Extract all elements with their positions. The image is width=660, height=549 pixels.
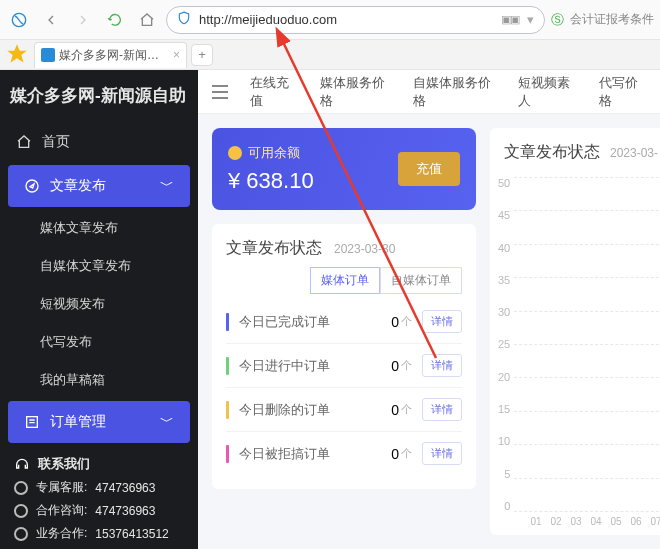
topnav-item[interactable]: 在线充值 <box>250 74 297 110</box>
home-button[interactable] <box>134 7 160 33</box>
status-value: 0 <box>391 446 399 462</box>
y-tick: 25 <box>498 338 510 350</box>
url-text: http://meijieduoduo.com <box>199 12 337 27</box>
x-tick: 06 <box>628 516 644 527</box>
status-value: 0 <box>391 358 399 374</box>
reload-button[interactable] <box>102 7 128 33</box>
circle-icon <box>14 504 28 518</box>
detail-button[interactable]: 详情 <box>422 354 462 377</box>
nav-group-publish[interactable]: 文章发布 ﹀ <box>8 165 190 207</box>
search-engine-icon[interactable]: Ⓢ <box>551 11 564 29</box>
nav-sub-media[interactable]: 媒体文章发布 <box>0 209 198 247</box>
status-label: 今日被拒搞订单 <box>239 445 391 463</box>
tab-media-orders[interactable]: 媒体订单 <box>310 267 380 294</box>
back-button[interactable] <box>38 7 64 33</box>
balance-amount: ¥ 638.10 <box>228 168 314 194</box>
chevron-down-icon: ﹀ <box>160 177 174 195</box>
y-tick: 10 <box>498 435 510 447</box>
x-tick: 02 <box>548 516 564 527</box>
status-unit: 个 <box>401 402 412 417</box>
status-value: 0 <box>391 402 399 418</box>
browser-tab[interactable]: 媒介多多网-新闻源自助发 × <box>34 42 187 68</box>
status-panel: 文章发布状态 2023-03-30 媒体订单 自媒体订单 今日已完成订单0个详情… <box>212 224 476 489</box>
close-tab-icon[interactable]: × <box>173 48 180 62</box>
detail-button[interactable]: 详情 <box>422 310 462 333</box>
nav-sub-selfmedia[interactable]: 自媒体文章发布 <box>0 247 198 285</box>
circle-icon <box>14 481 28 495</box>
detail-button[interactable]: 详情 <box>422 442 462 465</box>
status-label: 今日删除的订单 <box>239 401 391 419</box>
nav-sub-draft[interactable]: 我的草稿箱 <box>0 361 198 399</box>
status-label: 今日进行中订单 <box>239 357 391 375</box>
nav-home[interactable]: 首页 <box>0 121 198 163</box>
y-tick: 20 <box>498 371 510 383</box>
color-bar-icon <box>226 401 229 419</box>
status-row: 今日已完成订单0个详情 <box>226 300 462 344</box>
site-title: 媒介多多网-新闻源自助 <box>0 70 198 121</box>
hamburger-icon[interactable] <box>212 85 228 99</box>
y-tick: 40 <box>498 242 510 254</box>
address-bar[interactable]: http://meijieduoduo.com ▣▣ ▾ <box>166 6 545 34</box>
status-label: 今日已完成订单 <box>239 313 391 331</box>
list-icon <box>24 414 40 430</box>
compass-icon <box>24 178 40 194</box>
headset-icon <box>14 456 30 472</box>
y-tick: 0 <box>504 500 510 512</box>
search-hint[interactable]: 会计证报考条件 <box>570 11 654 28</box>
x-tick: 04 <box>588 516 604 527</box>
color-bar-icon <box>226 445 229 463</box>
balance-label: 可用余额 <box>248 144 300 162</box>
color-bar-icon <box>226 357 229 375</box>
status-row: 今日删除的订单0个详情 <box>226 388 462 432</box>
panel-title: 文章发布状态 <box>226 238 322 259</box>
y-tick: 45 <box>498 209 510 221</box>
circle-icon <box>14 527 28 541</box>
topnav-item[interactable]: 媒体服务价格 <box>320 74 391 110</box>
detail-button[interactable]: 详情 <box>422 398 462 421</box>
coin-icon <box>228 146 242 160</box>
status-row: 今日进行中订单0个详情 <box>226 344 462 388</box>
x-tick: 05 <box>608 516 624 527</box>
recharge-button[interactable]: 充值 <box>398 152 460 186</box>
top-nav: 在线充值 媒体服务价格 自媒体服务价格 短视频素人 代写价格 <box>198 70 660 114</box>
topnav-item[interactable]: 短视频素人 <box>518 74 577 110</box>
favorites-button[interactable] <box>4 42 30 68</box>
chart-title: 文章发布状态 <box>504 142 600 163</box>
y-tick: 15 <box>498 403 510 415</box>
contact-row: 专属客服:474736963 <box>14 479 184 496</box>
qr-icon[interactable]: ▣▣ <box>501 13 519 26</box>
status-value: 0 <box>391 314 399 330</box>
x-tick: 07 <box>648 516 660 527</box>
contact-row: 业务合作:15376413512 <box>14 525 184 542</box>
y-tick: 35 <box>498 274 510 286</box>
chart-date: 2023-03- <box>610 146 658 160</box>
topnav-item[interactable]: 代写价格 <box>599 74 646 110</box>
y-tick: 30 <box>498 306 510 318</box>
chevron-down-icon: ﹀ <box>160 413 174 431</box>
addr-dropdown-icon[interactable]: ▾ <box>527 12 534 27</box>
nav-sub-video[interactable]: 短视频发布 <box>0 285 198 323</box>
color-bar-icon <box>226 313 229 331</box>
x-tick: 01 <box>528 516 544 527</box>
status-unit: 个 <box>401 446 412 461</box>
x-tick: 03 <box>568 516 584 527</box>
tab-selfmedia-orders[interactable]: 自媒体订单 <box>380 267 462 294</box>
balance-card: 可用余额 ¥ 638.10 充值 <box>212 128 476 210</box>
favicon-icon <box>41 48 55 62</box>
contact-block: 联系我们 专属客服:474736963 合作咨询:474736963 业务合作:… <box>0 445 198 549</box>
forward-button[interactable] <box>70 7 96 33</box>
status-unit: 个 <box>401 314 412 329</box>
contact-row: 合作咨询:474736963 <box>14 502 184 519</box>
nav-group-orders[interactable]: 订单管理 ﹀ <box>8 401 190 443</box>
y-tick: 5 <box>504 468 510 480</box>
shield-icon <box>177 11 191 28</box>
status-unit: 个 <box>401 358 412 373</box>
nav-sub-writing[interactable]: 代写发布 <box>0 323 198 361</box>
tab-title: 媒介多多网-新闻源自助发 <box>59 47 169 64</box>
sidebar: 媒介多多网-新闻源自助 首页 文章发布 ﹀ 媒体文章发布 自媒体文章发布 短视频… <box>0 70 198 549</box>
browser-logo-icon <box>6 7 32 33</box>
new-tab-button[interactable]: + <box>191 44 213 66</box>
y-tick: 50 <box>498 177 510 189</box>
panel-date: 2023-03-30 <box>334 242 395 256</box>
topnav-item[interactable]: 自媒体服务价格 <box>413 74 496 110</box>
